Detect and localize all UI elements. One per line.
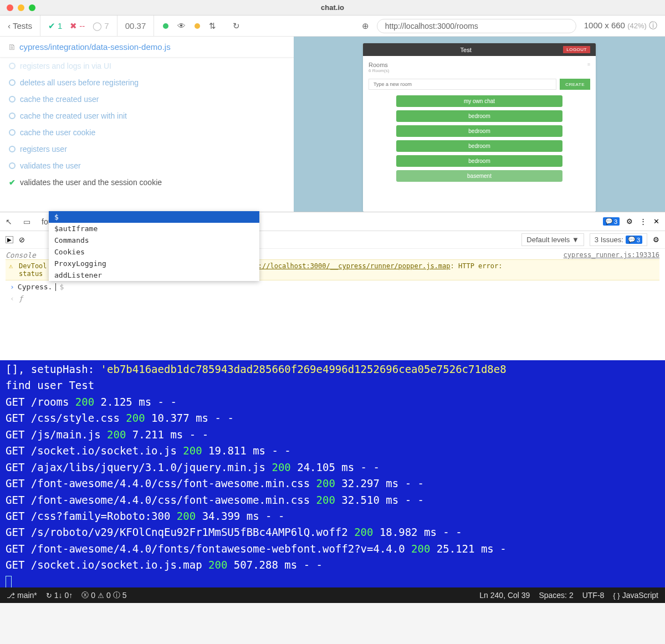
- create-room-button[interactable]: CREATE: [560, 79, 590, 90]
- tests-list: registers and logs in via UIdeletes all …: [0, 58, 294, 191]
- console-heading: Console: [6, 251, 36, 259]
- test-row[interactable]: cache the created user with init: [0, 108, 294, 124]
- close-devtools-icon[interactable]: ✕: [653, 217, 659, 226]
- clear-console-icon[interactable]: ⊘: [19, 236, 25, 244]
- spec-file-name: cypress/integration/data-session-demo.js: [19, 42, 171, 52]
- pending-icon: [9, 146, 16, 152]
- error-icon: ⓧ: [81, 590, 89, 600]
- stat-pending: ◯ 7: [93, 21, 109, 31]
- device-icon[interactable]: ▭: [23, 217, 30, 226]
- pending-icon: [9, 162, 16, 169]
- test-row[interactable]: deletes all users before registering: [0, 74, 294, 91]
- indentation[interactable]: Spaces: 2: [539, 591, 573, 600]
- terminal-line: find user Test: [6, 379, 94, 391]
- elapsed-time: 00.37: [117, 16, 155, 36]
- app-preview-pane: Test LOGOUT Rooms 6 Room(s) ≡ CREATE my …: [294, 37, 665, 212]
- play-icon[interactable]: ▶: [6, 236, 13, 243]
- room-item[interactable]: bedroom: [396, 155, 562, 167]
- rooms-count: 6 Room(s): [369, 68, 389, 73]
- app-header: Test LOGOUT: [363, 43, 596, 56]
- autocomplete-item[interactable]: Commands: [49, 234, 259, 246]
- test-title: validates the user and the session cooki…: [20, 178, 162, 187]
- autocomplete-item[interactable]: $: [49, 211, 259, 223]
- test-title: registers and logs in via UI: [20, 62, 111, 70]
- window-titlebar: chat.io: [0, 0, 665, 16]
- check-icon: ✔: [9, 178, 16, 187]
- inspect-icon[interactable]: ↖: [6, 217, 12, 226]
- console-prompt[interactable]: › Cypress.$: [6, 280, 659, 293]
- selector-playground-icon[interactable]: ⊕: [362, 21, 369, 31]
- app-header-title: Test: [369, 47, 563, 53]
- test-row[interactable]: cache the user cookie: [0, 124, 294, 141]
- cursor-position[interactable]: Ln 240, Col 39: [479, 591, 530, 600]
- terminal-cursor: [6, 576, 12, 587]
- git-branch[interactable]: ⎇ main*: [7, 591, 37, 600]
- app-frame: Test LOGOUT Rooms 6 Room(s) ≡ CREATE my …: [363, 43, 596, 212]
- test-title: cache the created user with init: [20, 111, 127, 120]
- warning-icon: ⚠: [98, 591, 104, 600]
- test-row[interactable]: ✔validates the user and the session cook…: [0, 174, 294, 191]
- log-levels-dropdown[interactable]: Default levels ▼: [521, 233, 584, 246]
- pending-count: 7: [104, 21, 109, 30]
- command-log: 🗎 cypress/integration/data-session-demo.…: [0, 37, 294, 212]
- reload-icon[interactable]: ↻: [225, 21, 240, 31]
- maximize-window[interactable]: [29, 4, 35, 11]
- sync-icon: ↻: [46, 591, 52, 600]
- test-row[interactable]: cache the created user: [0, 91, 294, 108]
- status-dot-green: [163, 23, 168, 29]
- test-row[interactable]: registers and logs in via UI: [0, 58, 294, 74]
- autocomplete-item[interactable]: Cookies: [49, 246, 259, 258]
- info-icon: ⓘ: [649, 21, 657, 30]
- console-settings-icon[interactable]: ⚙: [653, 236, 659, 244]
- viewport-info[interactable]: 1000 x 660 (42%) ⓘ: [584, 21, 657, 31]
- cypress-body: 🗎 cypress/integration/data-session-demo.…: [0, 37, 665, 212]
- source-link[interactable]: cypress_runner.js:193316: [564, 251, 659, 259]
- warning-url-link[interactable]: http://localhost:3000/__cypress/runner/p…: [242, 262, 451, 270]
- stat-failed: ✖ --: [70, 21, 85, 31]
- tests-back-button[interactable]: ‹ Tests: [0, 16, 40, 36]
- autocomplete-item[interactable]: addListener: [49, 269, 259, 281]
- room-item[interactable]: bedroom: [396, 125, 562, 137]
- menu-icon[interactable]: ≡: [587, 62, 590, 73]
- autocomplete-item[interactable]: $autIframe: [49, 223, 259, 234]
- test-title: cache the created user: [20, 95, 99, 104]
- terminal[interactable]: [], setupHash: 'eb7b416aedb1dc785943dad2…: [0, 360, 665, 587]
- pending-icon: [9, 129, 16, 136]
- test-row[interactable]: validates the user: [0, 157, 294, 174]
- language-mode[interactable]: { } JavaScript: [613, 591, 658, 600]
- stat-passed: ✔ 1: [48, 21, 62, 31]
- test-title: cache the user cookie: [20, 128, 95, 137]
- branch-icon: ⎇: [7, 591, 15, 600]
- snapshot-icon[interactable]: ⇅: [209, 21, 216, 31]
- autocomplete-popup: $$autIframeCommandsCookiesProxyLoggingad…: [49, 211, 259, 281]
- window-title: chat.io: [321, 3, 344, 12]
- issues-badge: 💬 3: [626, 236, 642, 244]
- test-row[interactable]: registers user: [0, 141, 294, 157]
- git-sync[interactable]: ↻ 1↓ 0↑: [46, 591, 73, 600]
- logout-button[interactable]: LOGOUT: [563, 46, 590, 53]
- chevron-left-icon: ‹: [8, 21, 11, 30]
- console-input-text: Cypress.: [18, 283, 53, 291]
- problems[interactable]: ⓧ 0 ⚠ 0 ⓘ 5: [81, 590, 126, 600]
- room-item[interactable]: basement: [396, 170, 562, 182]
- issues-button[interactable]: 3 Issues: 💬 3: [590, 233, 647, 246]
- settings-icon[interactable]: ⚙: [626, 217, 633, 226]
- minimize-window[interactable]: [18, 4, 24, 11]
- url-display[interactable]: http://localhost:3000/rooms: [377, 19, 576, 33]
- room-item[interactable]: my own chat: [396, 95, 562, 107]
- devtools: ↖ ▭ $$autIframeCommandsCookiesProxyLoggi…: [0, 212, 665, 360]
- messages-badge[interactable]: 💬 3: [603, 217, 620, 226]
- eye-icon[interactable]: 👁: [177, 21, 186, 30]
- autocomplete-item[interactable]: ProxyLogging: [49, 258, 259, 269]
- test-title: validates the user: [20, 161, 81, 170]
- room-item[interactable]: bedroom: [396, 110, 562, 122]
- close-window[interactable]: [7, 4, 13, 11]
- status-dot-yellow: [195, 23, 200, 29]
- pending-icon: [9, 113, 16, 119]
- encoding[interactable]: UTF-8: [582, 591, 605, 600]
- more-icon[interactable]: ⋮: [640, 217, 647, 226]
- room-item[interactable]: bedroom: [396, 140, 562, 152]
- spec-file-tab[interactable]: 🗎 cypress/integration/data-session-demo.…: [0, 37, 294, 58]
- new-room-input[interactable]: [369, 79, 556, 90]
- failed-count: --: [79, 21, 85, 30]
